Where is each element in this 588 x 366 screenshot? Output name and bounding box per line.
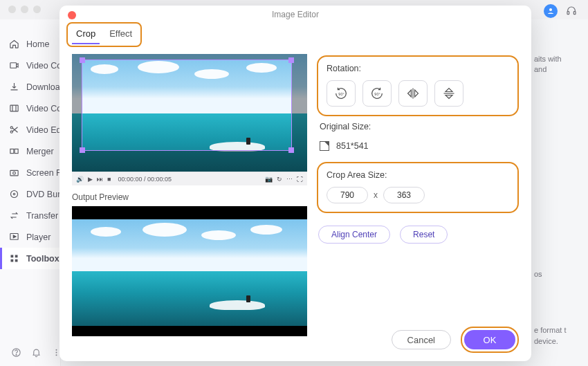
traffic-lights	[8, 6, 41, 13]
sidebar-item-player[interactable]: Player	[0, 226, 60, 248]
sidebar-item-merger[interactable]: Merger	[0, 140, 60, 162]
home-icon	[8, 39, 19, 50]
volume-icon[interactable]: 🔊	[76, 176, 84, 183]
flip-horizontal-button[interactable]	[398, 80, 428, 107]
svg-rect-9	[10, 170, 17, 176]
tabs-highlight: Crop Effect	[66, 22, 142, 47]
popout-icon[interactable]	[320, 141, 329, 151]
crop-handle-tr[interactable]	[288, 57, 294, 63]
background-text-fragments: aits with and os e format t device.	[534, 54, 576, 366]
bell-icon[interactable]	[31, 347, 42, 358]
svg-rect-15	[15, 255, 17, 258]
ok-button-highlight: OK	[461, 327, 519, 353]
playback-bar: 🔊 ▶ ⏭ ■ 00:00:00 / 00:00:05 📷 ↻ ⋯ ⛶	[72, 172, 307, 185]
crop-handle-bl[interactable]	[80, 147, 85, 153]
crop-dim-separator: x	[374, 190, 378, 200]
svg-rect-8	[15, 149, 18, 153]
crop-selection-rect[interactable]	[82, 60, 292, 151]
support-headset-icon[interactable]	[564, 4, 578, 18]
tab-crop[interactable]: Crop	[72, 26, 100, 44]
toolbox-icon	[8, 253, 19, 264]
loop-icon[interactable]: ↻	[277, 176, 282, 183]
merger-icon	[8, 146, 19, 157]
original-size-value: 851*541	[336, 141, 369, 151]
ok-button[interactable]: OK	[464, 330, 515, 349]
image-editor-dialog: Image Editor Crop Effect	[59, 6, 531, 361]
video-converter-icon	[8, 60, 19, 71]
rotate-ccw-90-button[interactable]: 90°	[327, 80, 356, 107]
rotate-cw-90-button[interactable]: 90°	[362, 80, 392, 107]
crop-height-input[interactable]	[383, 187, 425, 203]
sidebar-item-dvd-burner[interactable]: DVD Burner	[0, 183, 60, 205]
sidebar-item-transfer[interactable]: Transfer	[0, 205, 60, 226]
scissors-icon	[8, 125, 19, 136]
sidebar-item-downloader[interactable]: Downloader	[0, 76, 60, 98]
crop-handle-br[interactable]	[288, 147, 294, 153]
svg-point-22	[56, 354, 57, 356]
reset-button[interactable]: Reset	[400, 226, 448, 244]
help-icon[interactable]	[11, 347, 21, 358]
svg-point-21	[56, 349, 57, 351]
original-size-label: Original Size:	[320, 122, 519, 131]
sidebar-item-video-editor[interactable]: Video Editor	[0, 119, 60, 140]
stop-icon[interactable]: ■	[107, 176, 111, 183]
play-icon	[8, 232, 19, 243]
svg-rect-1	[567, 12, 569, 15]
tab-effect[interactable]: Effect	[105, 26, 136, 44]
sidebar-footer-icons	[0, 347, 60, 358]
svg-point-12	[13, 193, 15, 195]
svg-point-0	[549, 8, 552, 11]
crop-canvas[interactable]: 🔊 ▶ ⏭ ■ 00:00:00 / 00:00:05 📷 ↻ ⋯ ⛶	[72, 54, 307, 185]
output-preview-canvas	[72, 206, 307, 336]
dialog-footer: Cancel OK	[392, 327, 519, 353]
svg-rect-3	[10, 63, 16, 68]
snapshot-icon[interactable]: 📷	[265, 176, 273, 183]
disc-icon	[8, 189, 19, 200]
tab-row: Crop Effect	[66, 22, 531, 47]
play-icon[interactable]: ▶	[88, 176, 93, 183]
crop-area-group-highlight: Crop Area Size: x	[317, 162, 519, 213]
svg-point-11	[10, 191, 17, 198]
download-icon	[8, 82, 19, 93]
svg-text:90°: 90°	[338, 92, 344, 96]
svg-rect-4	[10, 105, 17, 111]
dialog-title: Image Editor	[59, 10, 531, 19]
svg-text:90°: 90°	[374, 92, 380, 96]
compressor-icon	[8, 103, 19, 114]
sidebar-item-screen-recorder[interactable]: Screen Recorder	[0, 162, 60, 183]
svg-rect-14	[10, 255, 13, 258]
playback-time: 00:00:00 / 00:00:05	[118, 176, 172, 183]
header-right	[544, 4, 578, 18]
camera-icon	[8, 167, 19, 179]
svg-rect-17	[15, 259, 17, 262]
cancel-button[interactable]: Cancel	[392, 330, 451, 349]
svg-point-19	[16, 354, 17, 355]
svg-rect-2	[573, 12, 576, 15]
sidebar-item-video-converter[interactable]: Video Converter	[0, 55, 60, 76]
svg-rect-16	[10, 259, 13, 262]
rotation-label: Rotation:	[327, 64, 509, 73]
user-avatar-icon[interactable]	[544, 4, 558, 18]
svg-rect-7	[10, 149, 13, 153]
output-preview-label: Output Preview	[72, 192, 307, 202]
sidebar-item-home[interactable]: Home	[0, 33, 60, 55]
crop-handle-tl[interactable]	[80, 57, 85, 63]
crop-area-label: Crop Area Size:	[327, 170, 509, 180]
transfer-icon	[8, 210, 19, 221]
settings-ellipsis-icon[interactable]: ⋯	[286, 176, 293, 183]
right-column: Rotation: 90° 90° Origi	[317, 54, 519, 361]
flip-vertical-button[interactable]	[434, 80, 463, 107]
left-column: 🔊 ▶ ⏭ ■ 00:00:00 / 00:00:05 📷 ↻ ⋯ ⛶ Outp…	[72, 54, 307, 361]
sidebar-item-video-compressor[interactable]: Video Compressor	[0, 98, 60, 119]
svg-point-20	[56, 352, 57, 354]
svg-point-10	[12, 172, 15, 174]
align-center-button[interactable]: Align Center	[318, 226, 390, 244]
sidebar-item-toolbox[interactable]: Toolbox	[0, 248, 60, 269]
fullscreen-icon[interactable]: ⛶	[297, 176, 303, 183]
next-frame-icon[interactable]: ⏭	[97, 176, 103, 183]
sidebar: Home Video Converter Downloader Video Co…	[0, 19, 61, 366]
crop-width-input[interactable]	[327, 187, 368, 203]
rotation-group-highlight: Rotation: 90° 90°	[317, 55, 519, 116]
